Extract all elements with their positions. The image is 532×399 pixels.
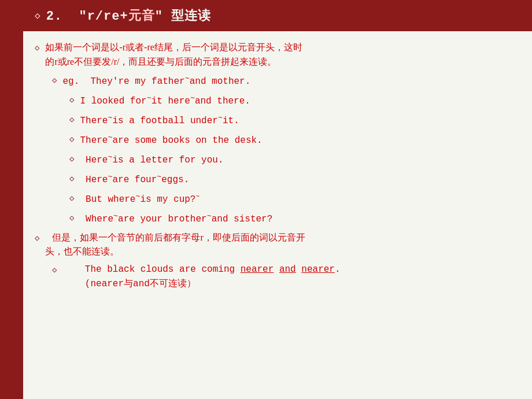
diamond-icon: ◇ — [69, 94, 74, 107]
list-item: ◇ Here~are four~eggs. — [69, 171, 515, 187]
slide: ◇ 2. "r/re+元音" 型连读 ◇ 如果前一个词是以-r或者-re结尾，后… — [0, 0, 532, 399]
diamond-icon: ◇ — [69, 193, 74, 205]
diamond-icon: ◇ — [69, 212, 74, 225]
diamond-icon: ◇ — [52, 75, 57, 87]
list-item: ◇ I looked for~it here~and there. — [69, 93, 515, 109]
bullet-text: eg. They're my father~and mother. — [62, 73, 250, 89]
bullet-text: I looked for~it here~and there. — [80, 93, 250, 109]
header-diamond-icon: ◇ — [35, 10, 40, 21]
diamond-icon: ◇ — [69, 173, 74, 186]
list-item: ◇ But where~is my cup?~ — [69, 191, 515, 207]
header-bar: ◇ 2. "r/re+元音" 型连读 — [0, 0, 532, 31]
bullet-text: There~is a football under~it. — [80, 112, 239, 128]
diamond-icon: ◇ — [52, 264, 57, 277]
list-item: ◇ 如果前一个词是以-r或者-re结尾，后一个词是以元音开头，这时 的r或re不… — [35, 40, 515, 69]
bullet-text: Where~are your brother~and sister? — [80, 210, 272, 227]
content-area: ◇ 如果前一个词是以-r或者-re结尾，后一个词是以元音开头，这时 的r或re不… — [23, 30, 532, 399]
diamond-icon: ◇ — [69, 153, 74, 166]
left-accent-bar — [0, 30, 23, 399]
list-item: ◇ Where~are your brother~and sister? — [69, 210, 515, 227]
bullet-text: The black clouds are coming nearer and n… — [62, 263, 340, 291]
bullet-text: There~are some books on the desk. — [80, 132, 262, 148]
list-item: ◇ The black clouds are coming nearer and… — [52, 263, 515, 291]
bullet-text: Here~are four~eggs. — [80, 171, 189, 187]
bullet-text: 如果前一个词是以-r或者-re结尾，后一个词是以元音开头，这时 的r或re不但要… — [45, 40, 302, 69]
header-title: 2. "r/re+元音" 型连读 — [46, 7, 211, 24]
list-item: ◇ eg. They're my father~and mother. — [52, 73, 515, 89]
list-item: ◇ Here~is a letter for you. — [69, 152, 515, 168]
list-item: ◇ There~are some books on the desk. — [69, 132, 515, 148]
bullet-text: But where~is my cup?~ — [80, 191, 200, 207]
diamond-icon: ◇ — [35, 42, 39, 55]
list-item: ◇ 但是，如果一个音节的前后都有字母r，即使后面的词以元音开 头，也不能连读。 — [35, 231, 515, 260]
diamond-icon: ◇ — [69, 114, 74, 127]
diamond-icon: ◇ — [35, 232, 39, 245]
list-item: ◇ There~is a football under~it. — [69, 112, 515, 128]
bullet-text: Here~is a letter for you. — [80, 152, 223, 168]
diamond-icon: ◇ — [69, 134, 74, 146]
bullet-text: 但是，如果一个音节的前后都有字母r，即使后面的词以元音开 头，也不能连读。 — [45, 231, 305, 260]
